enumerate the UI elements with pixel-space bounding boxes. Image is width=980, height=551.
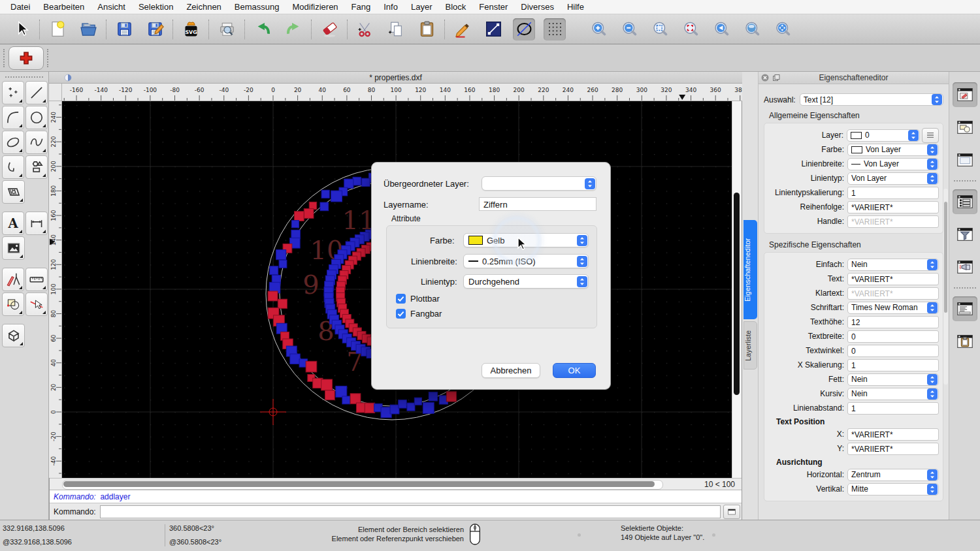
tool-polyline-button[interactable] xyxy=(2,155,24,179)
save-as-button[interactable] xyxy=(144,18,166,40)
property-input[interactable]: *VARIIERT* xyxy=(847,273,939,285)
menu-hilfe[interactable]: Hilfe xyxy=(561,0,591,14)
property-combo[interactable]: Zentrum xyxy=(847,469,939,481)
tool-hatch-button[interactable] xyxy=(2,180,25,204)
property-input[interactable]: *VARIIERT* xyxy=(847,443,939,455)
menu-ansicht[interactable]: Ansicht xyxy=(91,0,132,14)
snappable-checkbox[interactable]: Fangbar xyxy=(396,309,442,319)
zoom-in-button[interactable] xyxy=(587,18,610,40)
stepper-icon[interactable] xyxy=(908,130,919,141)
palette-drag-handle[interactable] xyxy=(5,76,43,78)
blank-panel-toggle[interactable] xyxy=(953,148,977,172)
menu-diverses[interactable]: Diverses xyxy=(514,0,561,14)
stepper-icon[interactable] xyxy=(927,144,938,155)
property-input[interactable]: *VARIIERT* xyxy=(847,428,939,441)
property-input[interactable]: 12 xyxy=(847,316,939,328)
menu-bearbeiten[interactable]: Bearbeiten xyxy=(37,0,91,14)
menu-block[interactable]: Block xyxy=(438,0,472,14)
tool-line-button[interactable] xyxy=(25,81,48,104)
canvas-vertical-scrollbar[interactable] xyxy=(732,101,741,478)
redo-button[interactable] xyxy=(282,18,304,40)
flashlight-panel-toggle[interactable] xyxy=(953,255,977,279)
tool-measure-button[interactable] xyxy=(25,268,48,291)
hscroll-thumb[interactable] xyxy=(63,481,655,487)
tool-arc-button[interactable] xyxy=(2,106,24,129)
cut-button[interactable] xyxy=(354,18,376,40)
property-combo[interactable]: Von Layer xyxy=(847,158,939,170)
stepper-icon[interactable] xyxy=(577,276,587,287)
menu-datei[interactable]: Datei xyxy=(4,0,37,14)
canvas-horizontal-scrollbar[interactable]: 10 < 100 xyxy=(50,478,742,490)
stepper-icon[interactable] xyxy=(577,256,587,267)
linetype-combo[interactable]: Durchgehend xyxy=(463,274,589,289)
tool-select-modify-button[interactable] xyxy=(25,292,48,316)
plus-tool-button[interactable] xyxy=(8,46,44,70)
vscroll-thumb[interactable] xyxy=(734,193,740,395)
property-input[interactable]: 1 xyxy=(847,402,939,415)
side-tab-eigenschafteneditor[interactable]: Eigenschafteneditor xyxy=(743,220,757,319)
clipboard-panel-toggle[interactable] xyxy=(953,329,977,354)
property-combo[interactable]: Nein xyxy=(847,259,939,271)
ok-button[interactable]: OK xyxy=(553,363,596,378)
grid-tool-button[interactable] xyxy=(544,18,566,40)
property-combo[interactable]: Nein xyxy=(847,388,939,400)
plottable-checkbox[interactable]: Plottbar xyxy=(396,294,440,304)
menu-fang[interactable]: Fang xyxy=(345,0,378,14)
command-panel-button[interactable] xyxy=(723,505,740,519)
panel-close-icon[interactable] xyxy=(761,74,769,82)
toolbar-drag-handle[interactable] xyxy=(47,49,49,67)
stepper-icon[interactable] xyxy=(927,259,938,270)
stepper-icon[interactable] xyxy=(932,94,942,105)
open-folder-button[interactable] xyxy=(77,18,99,40)
checkbox-checked-icon[interactable] xyxy=(396,309,406,319)
panel-float-icon[interactable] xyxy=(772,74,780,82)
zoom-previous-button[interactable] xyxy=(710,18,732,40)
new-file-button[interactable] xyxy=(46,18,69,40)
stepper-icon[interactable] xyxy=(927,302,938,313)
stepper-icon[interactable] xyxy=(927,159,938,170)
cancel-button[interactable]: Abbrechen xyxy=(482,363,540,378)
stepper-icon[interactable] xyxy=(927,388,938,400)
line-tool-button[interactable] xyxy=(482,18,504,40)
command-line-panel-toggle[interactable] xyxy=(953,296,977,321)
stepper-icon[interactable] xyxy=(577,235,587,246)
panel-scrollbar[interactable] xyxy=(943,189,948,385)
layer-name-field[interactable]: Ziffern xyxy=(479,197,596,211)
filter-panel-toggle[interactable] xyxy=(953,222,977,247)
property-combo[interactable]: Von Layer xyxy=(847,144,939,156)
menu-selektion[interactable]: Selektion xyxy=(132,0,180,14)
command-input[interactable] xyxy=(100,505,721,518)
menu-zeichnen[interactable]: Zeichnen xyxy=(180,0,227,14)
layer-list-panel-toggle[interactable] xyxy=(953,115,977,140)
menu-bemassung[interactable]: Bemassung xyxy=(228,0,286,14)
zoom-window-button[interactable] xyxy=(741,18,763,40)
tool-solid-button[interactable] xyxy=(2,324,25,347)
print-preview-button[interactable] xyxy=(216,18,238,40)
property-input[interactable]: *VARIIERT* xyxy=(847,201,939,213)
toolbar-drag-handle[interactable] xyxy=(3,49,5,67)
menu-fenster[interactable]: Fenster xyxy=(472,0,514,14)
list-panel-toggle[interactable] xyxy=(953,189,977,214)
zoom-selection-button[interactable] xyxy=(679,18,702,40)
save-button[interactable] xyxy=(113,18,135,40)
zoom-out-button[interactable] xyxy=(618,18,640,40)
property-combo[interactable]: Mitte xyxy=(847,483,939,496)
svg-export-button[interactable]: SVG xyxy=(180,18,202,40)
stepper-icon[interactable] xyxy=(927,374,938,385)
property-input[interactable]: 0 xyxy=(847,330,939,343)
tool-shapes-button[interactable] xyxy=(25,155,48,179)
tool-drafting-button[interactable] xyxy=(2,268,24,291)
property-editor-panel-toggle[interactable] xyxy=(953,82,977,107)
selection-combo[interactable]: Text [12] xyxy=(800,93,943,106)
pencil-button[interactable] xyxy=(451,18,474,40)
zoom-pan-button[interactable] xyxy=(772,18,794,40)
eraser-button[interactable] xyxy=(318,18,340,40)
property-combo[interactable]: Times New Roman xyxy=(847,302,939,314)
menu-layer[interactable]: Layer xyxy=(404,0,439,14)
menu-info[interactable]: Info xyxy=(377,0,404,14)
tool-circle-button[interactable] xyxy=(25,106,48,129)
property-combo[interactable]: 0 xyxy=(847,129,920,142)
property-combo[interactable]: Nein xyxy=(847,373,939,386)
tool-image-button[interactable] xyxy=(2,236,25,260)
tool-points-button[interactable] xyxy=(2,81,24,104)
